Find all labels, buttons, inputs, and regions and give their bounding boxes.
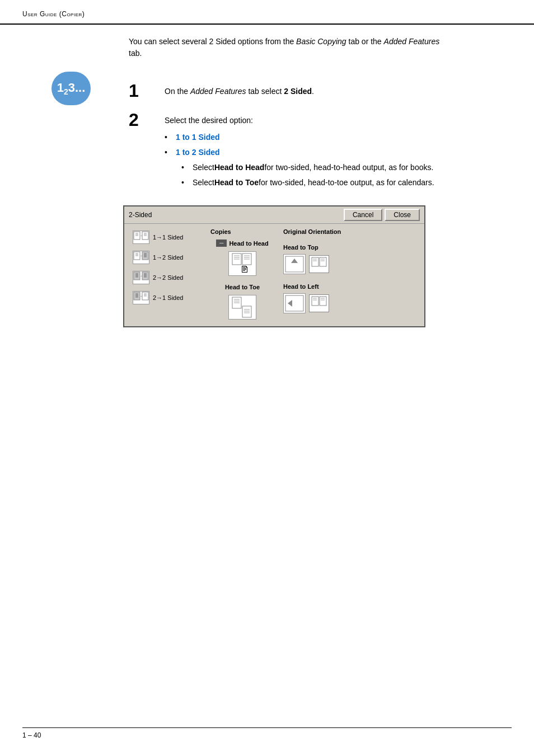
head-to-top-row: [283, 254, 362, 274]
copies-label: Copies: [210, 228, 231, 235]
head-to-head-bold: Head to Head: [214, 162, 264, 173]
option-2to1-icon: →: [133, 291, 149, 304]
sub-bullet-prefix2: Select: [193, 177, 214, 189]
steps-section: 1 On the Added Features tab select 2 Sid…: [129, 82, 512, 192]
left-options-panel: → 1→1 Sided: [129, 228, 202, 322]
svg-rect-53: [242, 306, 251, 317]
intro-text-before: You can select several 2 Sided options f…: [129, 37, 296, 46]
step1-italic: Added Features: [190, 87, 246, 96]
head-to-left-icon[interactable]: [283, 293, 306, 313]
sub-bullet-prefix: Select: [193, 162, 214, 173]
intro-text-mid: tab or the: [346, 37, 384, 46]
close-button[interactable]: Close: [385, 209, 420, 221]
dialog-titlebar: 2-Sided Cancel Close: [124, 206, 424, 224]
step1-text-mid: tab select: [246, 87, 284, 96]
head-to-head-label: Head to Head: [229, 240, 268, 247]
dialog-box: 2-Sided Cancel Close: [123, 205, 425, 327]
option-2to1[interactable]: → 2→1 Sided: [129, 289, 202, 307]
page-header: User Guide (Copier): [0, 0, 534, 25]
option-1to1-label: 1→1 Sided: [153, 234, 183, 241]
cancel-button[interactable]: Cancel: [344, 209, 382, 221]
step-1-number: 1: [129, 82, 157, 100]
head-to-top-icon[interactable]: [283, 254, 306, 274]
center-panel: Copies ─ Head to Head: [206, 228, 279, 322]
intro-paragraph: You can select several 2 Sided options f…: [129, 36, 453, 59]
sub-bullet-head-to-head: Select Head to Head for two-sided, head-…: [181, 162, 434, 173]
head-to-toe-icon[interactable]: [228, 295, 256, 320]
dialog-title: 2-Sided: [129, 211, 152, 219]
head-to-left-preview: [309, 294, 329, 312]
head-to-head-rest: for two-sided, head-to-head output, as f…: [264, 162, 433, 173]
step1-bold: 2 Sided: [284, 87, 312, 96]
head-to-toe-bold: Head to Toe: [214, 177, 259, 189]
option-1to1-icon: →: [133, 231, 149, 244]
page-number: 1 – 40: [22, 731, 41, 739]
option-2to2-icon: →: [133, 271, 149, 284]
sub-bullet-list: Select Head to Head for two-sided, head-…: [181, 162, 434, 189]
step-1: 1 On the Added Features tab select 2 Sid…: [129, 82, 512, 100]
head-to-toe-label: Head to Toe: [225, 284, 260, 290]
option-2to1-label: 2→1 Sided: [153, 294, 183, 301]
badge-text: 123...: [57, 81, 86, 96]
option-1to1[interactable]: → 1→1 Sided: [129, 228, 202, 246]
svg-text:🖹: 🖹: [240, 265, 249, 274]
step1-text-end: .: [312, 87, 314, 96]
head-to-toe-rest: for two-sided, head-to-toe output, as fo…: [259, 177, 434, 189]
dialog-body: → 1→1 Sided: [124, 224, 424, 326]
right-panel: Original Orientation Head to Top: [283, 228, 362, 322]
step2-text: Select the desired option:: [165, 116, 253, 125]
svg-rect-59: [312, 257, 318, 266]
bullet-1to2-label: 1 to 2 Sided: [176, 146, 220, 158]
intro-italic1: Basic Copying: [296, 37, 346, 46]
bullet-item-1to2: 1 to 2 Sided: [165, 146, 434, 158]
option-2to2[interactable]: → 2→2 Sided: [129, 269, 202, 287]
dialog-button-group: Cancel Close: [344, 209, 420, 221]
head-to-head-icon[interactable]: 🖹: [228, 251, 256, 276]
option-2to2-label: 2→2 Sided: [153, 274, 183, 281]
svg-rect-62: [320, 257, 326, 266]
option-1to2-icon: →: [133, 251, 149, 264]
intro-text-after: tab.: [129, 49, 142, 58]
intro-italic2: Added Features: [384, 37, 440, 46]
page-footer: 1 – 40: [22, 727, 512, 739]
step-1-content: On the Added Features tab select 2 Sided…: [165, 82, 314, 97]
svg-rect-70: [320, 297, 326, 306]
bullet-item-1to1: 1 to 1 Sided: [165, 131, 434, 143]
svg-rect-67: [312, 297, 318, 306]
step-2: 2 Select the desired option: 1 to 1 Side…: [129, 111, 512, 192]
step-2-content: Select the desired option: 1 to 1 Sided …: [165, 111, 434, 192]
option-1to2-label: 1→2 Sided: [153, 254, 183, 261]
step2-bullet-list: 1 to 1 Sided 1 to 2 Sided: [165, 131, 434, 158]
head-to-head-indicator: ─: [216, 240, 227, 247]
head-to-top-preview: [309, 255, 329, 273]
badge-shape: 123...: [51, 72, 91, 105]
header-title: User Guide (Copier): [22, 10, 85, 18]
step-2-number: 2: [129, 111, 157, 129]
step-badge: 123...: [51, 72, 91, 105]
head-to-left-label: Head to Left: [283, 283, 362, 290]
step1-text-before: On the: [165, 87, 190, 96]
option-1to2[interactable]: → 1→2 Sided: [129, 248, 202, 266]
head-to-top-label: Head to Top: [283, 244, 362, 251]
bullet-1to1-label: 1 to 1 Sided: [176, 131, 220, 143]
head-to-left-row: [283, 293, 362, 313]
original-orientation-label: Original Orientation: [283, 228, 362, 235]
sub-bullet-head-to-toe: Select Head to Toe for two-sided, head-t…: [181, 177, 434, 189]
